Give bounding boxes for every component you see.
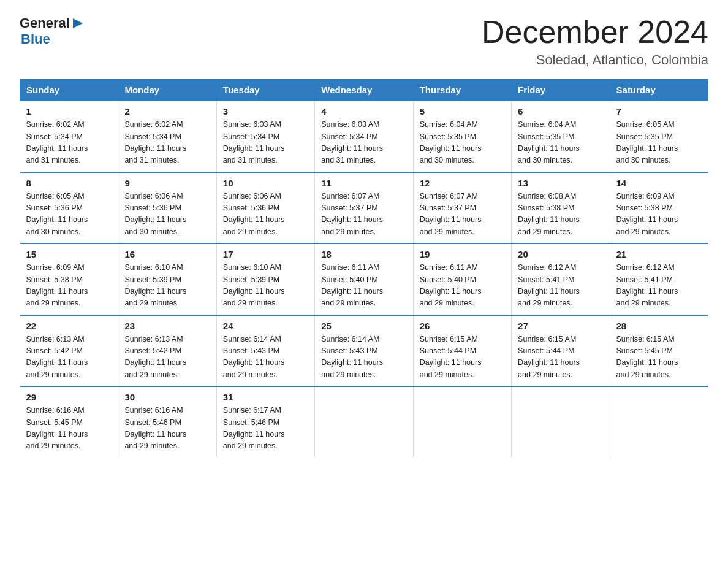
day-info: Sunrise: 6:03 AMSunset: 5:34 PMDaylight:… [321, 119, 406, 167]
day-number: 17 [223, 249, 308, 259]
calendar-week-row: 22Sunrise: 6:13 AMSunset: 5:42 PMDayligh… [20, 315, 708, 387]
calendar-cell: 25Sunrise: 6:14 AMSunset: 5:43 PMDayligh… [315, 315, 413, 387]
day-number: 24 [223, 321, 308, 331]
col-header-tuesday: Tuesday [216, 80, 314, 101]
day-number: 1 [26, 106, 112, 117]
calendar-cell: 21Sunrise: 6:12 AMSunset: 5:41 PMDayligh… [610, 243, 708, 315]
day-info: Sunrise: 6:10 AMSunset: 5:39 PMDaylight:… [223, 262, 308, 310]
page-header: General Blue December 2024 Soledad, Atla… [20, 15, 708, 68]
calendar-cell: 20Sunrise: 6:12 AMSunset: 5:41 PMDayligh… [512, 243, 610, 315]
calendar-table: SundayMondayTuesdayWednesdayThursdayFrid… [20, 79, 708, 458]
calendar-week-row: 1Sunrise: 6:02 AMSunset: 5:34 PMDaylight… [20, 101, 708, 172]
day-info: Sunrise: 6:07 AMSunset: 5:37 PMDaylight:… [420, 191, 505, 239]
calendar-week-row: 15Sunrise: 6:09 AMSunset: 5:38 PMDayligh… [20, 243, 708, 315]
day-number: 5 [420, 106, 505, 117]
day-number: 21 [616, 249, 702, 259]
col-header-friday: Friday [512, 80, 610, 101]
day-info: Sunrise: 6:12 AMSunset: 5:41 PMDaylight:… [518, 262, 603, 310]
title-block: December 2024 Soledad, Atlantico, Colomb… [482, 15, 708, 68]
day-info: Sunrise: 6:02 AMSunset: 5:34 PMDaylight:… [26, 119, 112, 167]
day-number: 3 [223, 106, 308, 117]
day-info: Sunrise: 6:15 AMSunset: 5:44 PMDaylight:… [420, 334, 505, 381]
calendar-cell [413, 386, 511, 458]
calendar-cell: 17Sunrise: 6:10 AMSunset: 5:39 PMDayligh… [216, 243, 314, 315]
day-number: 16 [124, 249, 210, 259]
day-info: Sunrise: 6:16 AMSunset: 5:46 PMDaylight:… [124, 405, 210, 453]
day-number: 12 [420, 178, 505, 188]
logo: General Blue [20, 15, 84, 47]
day-info: Sunrise: 6:03 AMSunset: 5:34 PMDaylight:… [223, 119, 308, 167]
day-info: Sunrise: 6:08 AMSunset: 5:38 PMDaylight:… [518, 191, 603, 239]
calendar-cell: 3Sunrise: 6:03 AMSunset: 5:34 PMDaylight… [216, 101, 314, 172]
col-header-thursday: Thursday [413, 80, 511, 101]
day-info: Sunrise: 6:10 AMSunset: 5:39 PMDaylight:… [124, 262, 210, 310]
day-info: Sunrise: 6:15 AMSunset: 5:44 PMDaylight:… [518, 334, 603, 381]
calendar-cell: 10Sunrise: 6:06 AMSunset: 5:36 PMDayligh… [216, 172, 314, 244]
calendar-week-row: 29Sunrise: 6:16 AMSunset: 5:45 PMDayligh… [20, 386, 708, 458]
day-number: 31 [223, 392, 308, 402]
day-info: Sunrise: 6:13 AMSunset: 5:42 PMDaylight:… [26, 334, 112, 381]
day-number: 15 [26, 249, 112, 259]
calendar-cell [315, 386, 413, 458]
calendar-cell [610, 386, 708, 458]
calendar-cell: 6Sunrise: 6:04 AMSunset: 5:35 PMDaylight… [512, 101, 610, 172]
location-subtitle: Soledad, Atlantico, Colombia [482, 52, 708, 68]
calendar-cell: 22Sunrise: 6:13 AMSunset: 5:42 PMDayligh… [20, 315, 118, 387]
day-info: Sunrise: 6:05 AMSunset: 5:36 PMDaylight:… [26, 191, 112, 239]
logo-general-text: General [20, 16, 70, 31]
calendar-cell: 12Sunrise: 6:07 AMSunset: 5:37 PMDayligh… [413, 172, 511, 244]
calendar-cell: 23Sunrise: 6:13 AMSunset: 5:42 PMDayligh… [118, 315, 216, 387]
calendar-cell: 9Sunrise: 6:06 AMSunset: 5:36 PMDaylight… [118, 172, 216, 244]
day-number: 26 [420, 321, 505, 331]
day-number: 29 [26, 392, 112, 402]
calendar-cell: 18Sunrise: 6:11 AMSunset: 5:40 PMDayligh… [315, 243, 413, 315]
day-info: Sunrise: 6:14 AMSunset: 5:43 PMDaylight:… [321, 334, 406, 381]
calendar-cell: 31Sunrise: 6:17 AMSunset: 5:46 PMDayligh… [216, 386, 314, 458]
day-number: 25 [321, 321, 406, 331]
day-number: 8 [26, 178, 112, 188]
calendar-cell: 30Sunrise: 6:16 AMSunset: 5:46 PMDayligh… [118, 386, 216, 458]
day-number: 28 [616, 321, 702, 331]
day-info: Sunrise: 6:06 AMSunset: 5:36 PMDaylight:… [223, 191, 308, 239]
calendar-cell: 19Sunrise: 6:11 AMSunset: 5:40 PMDayligh… [413, 243, 511, 315]
day-number: 27 [518, 321, 603, 331]
day-number: 14 [616, 178, 702, 188]
day-info: Sunrise: 6:04 AMSunset: 5:35 PMDaylight:… [420, 119, 505, 167]
day-number: 30 [124, 392, 210, 402]
day-info: Sunrise: 6:07 AMSunset: 5:37 PMDaylight:… [321, 191, 406, 239]
day-number: 18 [321, 249, 406, 259]
day-info: Sunrise: 6:15 AMSunset: 5:45 PMDaylight:… [616, 334, 702, 381]
calendar-cell: 24Sunrise: 6:14 AMSunset: 5:43 PMDayligh… [216, 315, 314, 387]
day-info: Sunrise: 6:12 AMSunset: 5:41 PMDaylight:… [616, 262, 702, 310]
col-header-saturday: Saturday [610, 80, 708, 101]
day-number: 20 [518, 249, 603, 259]
calendar-cell: 14Sunrise: 6:09 AMSunset: 5:38 PMDayligh… [610, 172, 708, 244]
col-header-monday: Monday [118, 80, 216, 101]
day-number: 2 [124, 106, 210, 117]
calendar-cell: 26Sunrise: 6:15 AMSunset: 5:44 PMDayligh… [413, 315, 511, 387]
svg-marker-0 [73, 18, 83, 28]
calendar-cell: 4Sunrise: 6:03 AMSunset: 5:34 PMDaylight… [315, 101, 413, 172]
month-title: December 2024 [482, 15, 708, 50]
day-info: Sunrise: 6:11 AMSunset: 5:40 PMDaylight:… [420, 262, 505, 310]
day-info: Sunrise: 6:13 AMSunset: 5:42 PMDaylight:… [124, 334, 210, 381]
day-number: 7 [616, 106, 702, 117]
calendar-cell: 2Sunrise: 6:02 AMSunset: 5:34 PMDaylight… [118, 101, 216, 172]
calendar-cell: 5Sunrise: 6:04 AMSunset: 5:35 PMDaylight… [413, 101, 511, 172]
day-number: 10 [223, 178, 308, 188]
calendar-cell: 15Sunrise: 6:09 AMSunset: 5:38 PMDayligh… [20, 243, 118, 315]
day-number: 19 [420, 249, 505, 259]
calendar-cell: 28Sunrise: 6:15 AMSunset: 5:45 PMDayligh… [610, 315, 708, 387]
logo-arrow-icon [72, 17, 84, 32]
calendar-cell: 1Sunrise: 6:02 AMSunset: 5:34 PMDaylight… [20, 101, 118, 172]
calendar-cell: 27Sunrise: 6:15 AMSunset: 5:44 PMDayligh… [512, 315, 610, 387]
calendar-cell: 8Sunrise: 6:05 AMSunset: 5:36 PMDaylight… [20, 172, 118, 244]
calendar-cell: 11Sunrise: 6:07 AMSunset: 5:37 PMDayligh… [315, 172, 413, 244]
calendar-cell: 29Sunrise: 6:16 AMSunset: 5:45 PMDayligh… [20, 386, 118, 458]
col-header-sunday: Sunday [20, 80, 118, 101]
logo-blue-text: Blue [21, 32, 84, 47]
day-info: Sunrise: 6:04 AMSunset: 5:35 PMDaylight:… [518, 119, 603, 167]
calendar-cell [512, 386, 610, 458]
day-info: Sunrise: 6:16 AMSunset: 5:45 PMDaylight:… [26, 405, 112, 453]
day-number: 11 [321, 178, 406, 188]
